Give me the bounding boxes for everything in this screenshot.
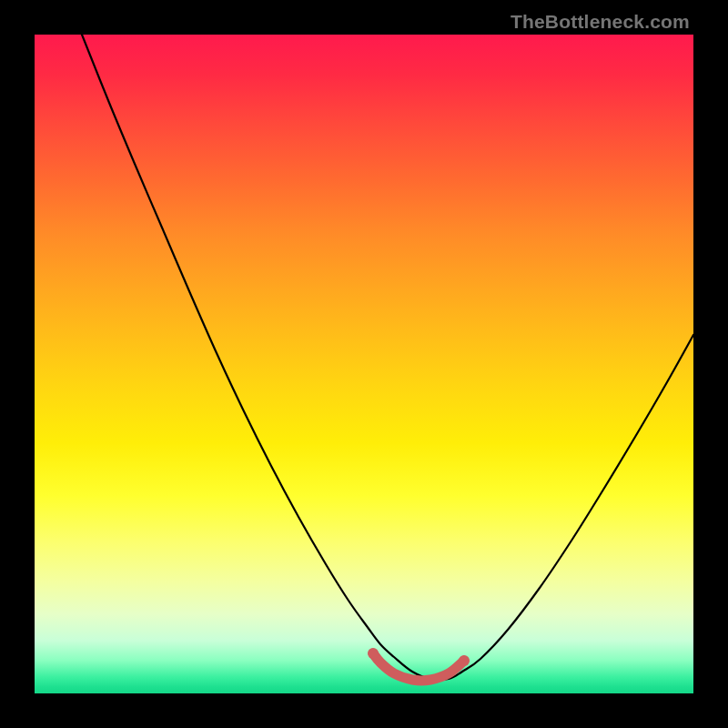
plot-area bbox=[35, 35, 693, 693]
curve-layer bbox=[35, 35, 693, 693]
svg-point-0 bbox=[368, 648, 379, 659]
watermark-text: TheBottleneck.com bbox=[511, 11, 690, 33]
chart-frame: TheBottleneck.com bbox=[0, 0, 728, 728]
svg-point-1 bbox=[459, 655, 470, 666]
bottleneck-curve bbox=[82, 35, 693, 680]
